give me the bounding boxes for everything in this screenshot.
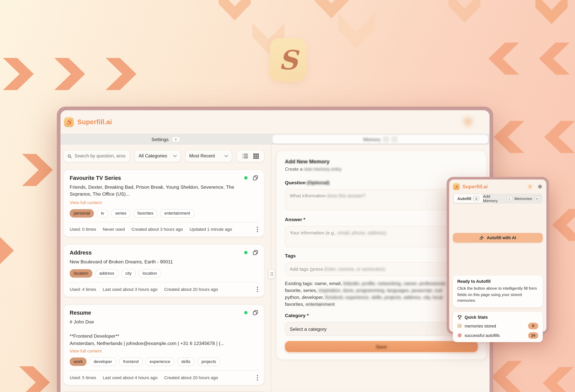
list-view-icon[interactable] bbox=[242, 153, 248, 159]
memory-card[interactable]: Favourite TV Series Friends, Dexter, Bre… bbox=[63, 170, 264, 237]
search-input[interactable] bbox=[74, 153, 126, 159]
created-at: Created about 3 hours ago bbox=[131, 227, 183, 232]
memory-card[interactable]: Resume # John Doe **Frontend Developer**… bbox=[63, 304, 264, 385]
autofill-with-ai-button[interactable]: Autofill with AI bbox=[453, 233, 543, 243]
main-tabbar: Settings s Memory bbox=[61, 134, 489, 145]
tab-memory-badge bbox=[383, 136, 389, 142]
header-action-icon[interactable] bbox=[464, 118, 472, 126]
chevron-decoration bbox=[0, 234, 14, 267]
more-menu-icon[interactable] bbox=[257, 374, 258, 380]
copy-icon[interactable] bbox=[253, 250, 258, 255]
chevron-decoration bbox=[338, 13, 375, 48]
existing-tags-text: entertainment bbox=[306, 301, 335, 307]
status-dot-icon bbox=[244, 311, 247, 314]
app-window: S Superfill.ai Settings s Memory bbox=[57, 107, 493, 392]
gear-icon[interactable] bbox=[537, 184, 543, 190]
tag-chip: developer bbox=[90, 357, 116, 366]
stat-label: successful autofills bbox=[465, 333, 500, 337]
card-title: Address bbox=[70, 249, 244, 256]
chevron-decoration bbox=[218, 0, 251, 21]
tab-memory[interactable]: Memory bbox=[272, 135, 488, 144]
created-at: Created about 20 hours ago bbox=[164, 375, 218, 380]
category-select-value: Select a category bbox=[290, 326, 327, 332]
sort-select[interactable]: Most Recent bbox=[185, 150, 232, 162]
divider bbox=[70, 222, 258, 222]
sparkle-icon bbox=[479, 235, 484, 240]
popup-header: S Superfill.ai bbox=[453, 183, 543, 190]
chevron-decoration bbox=[19, 366, 50, 392]
chevron-decoration bbox=[552, 209, 575, 241]
card-tags: personal tv series favorites entertainme… bbox=[70, 209, 258, 218]
tag-chip: series bbox=[111, 209, 130, 218]
card-title: Favourite TV Series bbox=[70, 175, 244, 181]
copy-icon[interactable] bbox=[253, 310, 258, 315]
search-field[interactable] bbox=[63, 150, 130, 162]
card-content-line: Amsterdam, Netherlands | johndoe@example… bbox=[70, 341, 258, 346]
card-meta: Used: 4 times Last used about 3 hours ag… bbox=[70, 286, 258, 292]
usage-count: Used: 4 times bbox=[70, 287, 96, 292]
memory-card-list: Favourite TV Series Friends, Dexter, Bre… bbox=[63, 170, 264, 386]
popup-tab-add-memory[interactable]: Add Memory c bbox=[483, 194, 513, 203]
ready-body: Click the button above to intelligently … bbox=[457, 285, 538, 303]
popup-tab-shortcut: c bbox=[506, 196, 512, 201]
popup-tab-memories[interactable]: Memories m bbox=[513, 194, 542, 203]
stat-label: memories stored bbox=[465, 324, 496, 328]
view-full-content-link[interactable]: View full content bbox=[70, 200, 102, 205]
copy-icon[interactable] bbox=[253, 175, 258, 181]
tab-settings-label: Settings bbox=[151, 136, 169, 142]
chevron-decoration bbox=[543, 367, 574, 392]
tag-chip: projects bbox=[197, 357, 220, 366]
card-tags: work developer frontend experience skill… bbox=[70, 357, 258, 366]
logo-letter: S bbox=[455, 184, 458, 189]
divider bbox=[70, 370, 258, 370]
popup-tab-autofill[interactable]: Autofill a bbox=[454, 194, 483, 203]
app-header: S Superfill.ai bbox=[61, 110, 489, 134]
memory-card[interactable]: Address New Boulevard of Broken Dreams, … bbox=[63, 244, 264, 297]
chevron-decoration bbox=[449, 0, 481, 23]
tag-chip: address bbox=[95, 269, 118, 278]
superfill-logo-icon: S bbox=[453, 183, 460, 190]
answer-placeholder: email, phone, address) bbox=[338, 230, 386, 236]
popup-tab-label: Autofill bbox=[457, 196, 471, 201]
chevron-decoration bbox=[544, 121, 575, 153]
more-menu-icon[interactable] bbox=[257, 286, 258, 292]
drag-handle-icon bbox=[270, 272, 273, 276]
view-full-content-link[interactable]: View full content bbox=[70, 348, 102, 353]
question-label-text: Question bbox=[285, 180, 307, 185]
answer-placeholder: Your information (e.g., bbox=[290, 230, 338, 236]
card-content-line: **Frontend Developer** bbox=[70, 333, 258, 339]
extension-popup: S Superfill.ai bbox=[447, 177, 549, 334]
chevron-decoration bbox=[315, 0, 348, 19]
panel-resize-handle[interactable] bbox=[268, 269, 275, 279]
chevron-decoration bbox=[106, 58, 136, 90]
memo-icon bbox=[457, 324, 462, 328]
grid-view-icon[interactable] bbox=[253, 153, 259, 159]
tag-chip: location bbox=[139, 269, 161, 278]
chevron-decoration bbox=[539, 43, 570, 75]
stat-row: memories stored 8 bbox=[457, 323, 538, 329]
save-button[interactable]: Save bbox=[285, 341, 478, 352]
chevron-decoration bbox=[22, 154, 53, 186]
popup-tabbar: Autofill a Add Memory c Memories m bbox=[453, 193, 543, 203]
form-heading: Add New Memory bbox=[285, 159, 478, 165]
card-content: Friends, Dexter, Breaking Bad, Prison Br… bbox=[70, 184, 243, 198]
card-title: Resume bbox=[70, 309, 244, 315]
chevron-decoration bbox=[3, 58, 34, 90]
more-menu-icon[interactable] bbox=[257, 226, 258, 232]
tag-chip: skills bbox=[177, 357, 194, 366]
chevron-decoration bbox=[535, 0, 568, 24]
last-used: Last used about 3 hours ago bbox=[103, 287, 158, 292]
logo-letter: S bbox=[67, 119, 71, 125]
memories-list-panel: All Categories Most Recent bbox=[61, 145, 271, 392]
existing-tags-text: python, developer, bbox=[285, 294, 325, 300]
target-icon bbox=[457, 333, 462, 338]
ready-to-autofill-card: Ready to Autofill Click the button above… bbox=[453, 276, 543, 307]
tab-settings[interactable]: Settings s bbox=[61, 136, 271, 142]
chevron-down-icon bbox=[224, 155, 228, 157]
sun-icon[interactable] bbox=[527, 184, 533, 190]
category-filter-select[interactable]: All Categories bbox=[135, 150, 181, 162]
tab-memory-badge bbox=[392, 136, 397, 142]
chevron-decoration bbox=[491, 361, 522, 392]
ready-title: Ready to Autofill bbox=[457, 279, 538, 283]
save-button-label: Save bbox=[376, 344, 387, 349]
